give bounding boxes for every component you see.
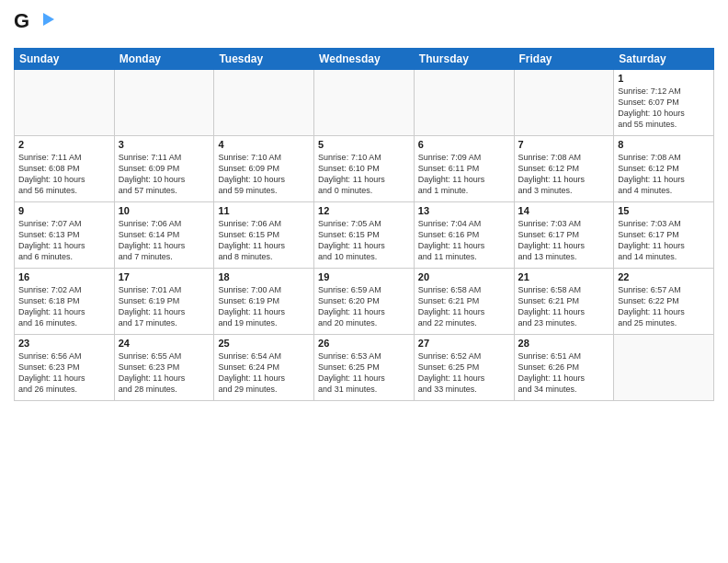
day-number: 8 [618,139,710,150]
calendar-cell [114,70,214,136]
day-info: Sunrise: 7:01 AM Sunset: 6:19 PM Dayligh… [119,284,210,329]
day-number: 26 [318,338,410,349]
weekday-header-row: SundayMondayTuesdayWednesdayThursdayFrid… [15,49,714,70]
day-number: 11 [218,205,310,216]
weekday-header-wednesday: Wednesday [314,49,415,70]
calendar-cell: 3Sunrise: 7:11 AM Sunset: 6:09 PM Daylig… [114,136,214,202]
calendar-cell: 25Sunrise: 6:54 AM Sunset: 6:24 PM Dayli… [214,335,314,401]
day-number: 6 [418,139,510,150]
calendar-table: SundayMondayTuesdayWednesdayThursdayFrid… [14,48,714,401]
day-info: Sunrise: 7:10 AM Sunset: 6:10 PM Dayligh… [318,152,410,197]
calendar-cell: 27Sunrise: 6:52 AM Sunset: 6:25 PM Dayli… [414,335,514,401]
calendar-cell: 26Sunrise: 6:53 AM Sunset: 6:25 PM Dayli… [314,335,415,401]
calendar-cell: 28Sunrise: 6:51 AM Sunset: 6:26 PM Dayli… [514,335,614,401]
day-info: Sunrise: 7:11 AM Sunset: 6:08 PM Dayligh… [18,152,110,197]
day-info: Sunrise: 7:08 AM Sunset: 6:12 PM Dayligh… [518,152,610,197]
calendar-cell: 11Sunrise: 7:06 AM Sunset: 6:15 PM Dayli… [214,202,314,269]
day-info: Sunrise: 7:11 AM Sunset: 6:09 PM Dayligh… [119,152,210,197]
calendar-cell: 20Sunrise: 6:58 AM Sunset: 6:21 PM Dayli… [414,269,514,335]
logo: G [14,9,56,42]
day-info: Sunrise: 6:58 AM Sunset: 6:21 PM Dayligh… [418,284,510,329]
day-number: 3 [119,139,210,150]
calendar-cell: 23Sunrise: 6:56 AM Sunset: 6:23 PM Dayli… [15,335,115,401]
day-info: Sunrise: 7:07 AM Sunset: 6:13 PM Dayligh… [18,218,110,263]
day-number: 2 [18,139,110,150]
day-number: 10 [119,205,210,216]
day-number: 4 [218,139,310,150]
day-number: 13 [418,205,510,216]
day-info: Sunrise: 7:02 AM Sunset: 6:18 PM Dayligh… [18,284,110,329]
calendar-cell: 24Sunrise: 6:55 AM Sunset: 6:23 PM Dayli… [114,335,214,401]
day-number: 27 [418,338,510,349]
day-number: 25 [218,338,310,349]
day-info: Sunrise: 6:54 AM Sunset: 6:24 PM Dayligh… [218,350,310,396]
day-number: 21 [518,271,610,282]
calendar-cell: 15Sunrise: 7:03 AM Sunset: 6:17 PM Dayli… [614,202,714,269]
day-number: 7 [518,139,610,150]
calendar-cell: 6Sunrise: 7:09 AM Sunset: 6:11 PM Daylig… [414,136,514,202]
day-number: 24 [119,338,210,349]
day-number: 14 [518,205,610,216]
day-info: Sunrise: 7:12 AM Sunset: 6:07 PM Dayligh… [618,86,710,131]
calendar-cell: 21Sunrise: 6:58 AM Sunset: 6:21 PM Dayli… [514,269,614,335]
day-info: Sunrise: 7:10 AM Sunset: 6:09 PM Dayligh… [218,152,310,197]
calendar-cell: 18Sunrise: 7:00 AM Sunset: 6:19 PM Dayli… [214,269,314,335]
calendar-cell [314,70,415,136]
weekday-header-friday: Friday [514,49,614,70]
calendar-cell: 16Sunrise: 7:02 AM Sunset: 6:18 PM Dayli… [15,269,115,335]
day-info: Sunrise: 7:00 AM Sunset: 6:19 PM Dayligh… [218,284,310,329]
day-info: Sunrise: 7:06 AM Sunset: 6:15 PM Dayligh… [218,218,310,263]
weekday-header-thursday: Thursday [414,49,514,70]
calendar-cell [15,70,115,136]
calendar-week-2: 2Sunrise: 7:11 AM Sunset: 6:08 PM Daylig… [15,136,714,202]
logo-arrow-icon [43,13,54,26]
weekday-header-sunday: Sunday [15,49,115,70]
calendar-cell [214,70,314,136]
day-number: 1 [618,73,710,84]
day-info: Sunrise: 7:04 AM Sunset: 6:16 PM Dayligh… [418,218,510,263]
day-info: Sunrise: 6:51 AM Sunset: 6:26 PM Dayligh… [518,350,610,396]
day-number: 9 [18,205,110,216]
day-info: Sunrise: 6:59 AM Sunset: 6:20 PM Dayligh… [318,284,410,329]
calendar-cell: 13Sunrise: 7:04 AM Sunset: 6:16 PM Dayli… [414,202,514,269]
calendar-cell [414,70,514,136]
day-info: Sunrise: 7:08 AM Sunset: 6:12 PM Dayligh… [618,152,710,197]
weekday-header-monday: Monday [114,49,214,70]
calendar-week-3: 9Sunrise: 7:07 AM Sunset: 6:13 PM Daylig… [15,202,714,269]
day-info: Sunrise: 6:55 AM Sunset: 6:23 PM Dayligh… [119,350,210,396]
day-info: Sunrise: 7:03 AM Sunset: 6:17 PM Dayligh… [518,218,610,263]
logo-g: G [14,9,29,33]
day-number: 16 [18,271,110,282]
calendar-cell: 2Sunrise: 7:11 AM Sunset: 6:08 PM Daylig… [15,136,115,202]
day-info: Sunrise: 7:09 AM Sunset: 6:11 PM Dayligh… [418,152,510,197]
calendar-cell: 14Sunrise: 7:03 AM Sunset: 6:17 PM Dayli… [514,202,614,269]
day-info: Sunrise: 6:53 AM Sunset: 6:25 PM Dayligh… [318,350,410,396]
day-number: 22 [618,271,710,282]
calendar-cell [514,70,614,136]
calendar-week-4: 16Sunrise: 7:02 AM Sunset: 6:18 PM Dayli… [15,269,714,335]
day-number: 17 [119,271,210,282]
calendar-cell: 17Sunrise: 7:01 AM Sunset: 6:19 PM Dayli… [114,269,214,335]
day-info: Sunrise: 6:52 AM Sunset: 6:25 PM Dayligh… [418,350,510,396]
calendar-cell: 8Sunrise: 7:08 AM Sunset: 6:12 PM Daylig… [614,136,714,202]
weekday-header-tuesday: Tuesday [214,49,314,70]
day-number: 18 [218,271,310,282]
calendar-cell: 1Sunrise: 7:12 AM Sunset: 6:07 PM Daylig… [614,70,714,136]
day-info: Sunrise: 6:57 AM Sunset: 6:22 PM Dayligh… [618,284,710,329]
day-info: Sunrise: 7:03 AM Sunset: 6:17 PM Dayligh… [618,218,710,263]
calendar-cell: 7Sunrise: 7:08 AM Sunset: 6:12 PM Daylig… [514,136,614,202]
calendar-cell: 4Sunrise: 7:10 AM Sunset: 6:09 PM Daylig… [214,136,314,202]
day-number: 15 [618,205,710,216]
calendar-cell: 9Sunrise: 7:07 AM Sunset: 6:13 PM Daylig… [15,202,115,269]
day-info: Sunrise: 6:56 AM Sunset: 6:23 PM Dayligh… [18,350,110,396]
day-info: Sunrise: 7:05 AM Sunset: 6:15 PM Dayligh… [318,218,410,263]
header: G [14,9,714,42]
calendar-week-1: 1Sunrise: 7:12 AM Sunset: 6:07 PM Daylig… [15,70,714,136]
day-info: Sunrise: 7:06 AM Sunset: 6:14 PM Dayligh… [119,218,210,263]
day-number: 23 [18,338,110,349]
day-number: 19 [318,271,410,282]
day-number: 5 [318,139,410,150]
day-number: 28 [518,338,610,349]
day-info: Sunrise: 6:58 AM Sunset: 6:21 PM Dayligh… [518,284,610,329]
day-number: 20 [418,271,510,282]
